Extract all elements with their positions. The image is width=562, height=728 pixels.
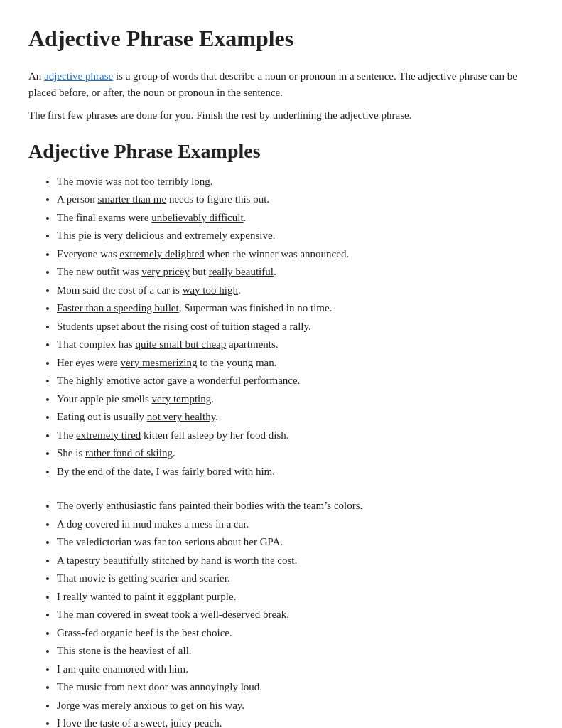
list-item: The overly enthusiastic fans painted the… bbox=[57, 498, 534, 514]
list-item: Her eyes were very mesmerizing to the yo… bbox=[57, 355, 534, 371]
underlined-phrase: very pricey bbox=[141, 266, 190, 277]
main-title: Adjective Phrase Examples bbox=[28, 21, 534, 55]
underlined-phrase: very delicious bbox=[104, 230, 164, 241]
list-item: She is rather fond of skiing. bbox=[57, 445, 534, 461]
examples-list-2: The overly enthusiastic fans painted the… bbox=[28, 498, 534, 728]
list-item: That movie is getting scarier and scarie… bbox=[57, 570, 534, 587]
list-item: By the end of the date, I was fairly bor… bbox=[57, 464, 534, 480]
spacer bbox=[28, 486, 534, 498]
underlined-phrase: extremely delighted bbox=[119, 248, 205, 259]
underlined-phrase: rather fond of skiing bbox=[85, 447, 173, 459]
underlined-phrase: smarter than me bbox=[98, 193, 167, 205]
list-item: Everyone was extremely delighted when th… bbox=[57, 246, 534, 262]
list-item: Your apple pie smells very tempting. bbox=[57, 391, 534, 407]
underlined-phrase: fairly bored with him bbox=[181, 466, 272, 477]
list-item: Students upset about the rising cost of … bbox=[57, 318, 534, 335]
list-item: The new outfit was very pricey but reall… bbox=[57, 264, 534, 280]
list-item: The movie was not too terribly long. bbox=[57, 173, 534, 190]
list-item: The extremely tired kitten fell asleep b… bbox=[57, 427, 534, 444]
examples-list-1: The movie was not too terribly long. A p… bbox=[28, 173, 534, 480]
list-item: The man covered in sweat took a well-des… bbox=[57, 606, 534, 623]
underlined-phrase: way too high bbox=[183, 284, 238, 296]
underlined-phrase: upset about the rising cost of tuition bbox=[96, 321, 249, 332]
underlined-phrase: quite small but cheap bbox=[135, 338, 226, 350]
list-item: I love the taste of a sweet, juicy peach… bbox=[57, 715, 534, 728]
underlined-phrase: extremely tired bbox=[76, 429, 141, 441]
list-item: Faster than a speeding bullet, Superman … bbox=[57, 300, 534, 316]
list-item: A dog covered in mud makes a mess in a c… bbox=[57, 516, 534, 532]
intro-before-link: An bbox=[28, 70, 44, 82]
list-item: That complex has quite small but cheap a… bbox=[57, 336, 534, 353]
list-item: This pie is very delicious and extremely… bbox=[57, 228, 534, 244]
list-item: Jorge was merely anxious to get on his w… bbox=[57, 697, 534, 714]
underlined-phrase: highly emotive bbox=[76, 375, 140, 386]
underlined-phrase: very tempting bbox=[151, 393, 211, 405]
sub-title: Adjective Phrase Examples bbox=[28, 136, 534, 166]
list-item: The music from next door was annoyingly … bbox=[57, 679, 534, 695]
intro-paragraph-2: The first few phrases are done for you. … bbox=[28, 107, 534, 124]
list-item: Grass-fed organic beef is the best choic… bbox=[57, 625, 534, 641]
list-item: A person smarter than me needs to figure… bbox=[57, 191, 534, 208]
underlined-phrase: Faster than a speeding bullet bbox=[57, 302, 179, 314]
list-item: I am quite enamored with him. bbox=[57, 661, 534, 678]
list-item: This stone is the heaviest of all. bbox=[57, 643, 534, 659]
list-item: The highly emotive actor gave a wonderfu… bbox=[57, 373, 534, 389]
underlined-phrase: extremely expensive bbox=[185, 230, 273, 241]
underlined-phrase: really beautiful bbox=[209, 266, 274, 277]
list-item: I really wanted to paint it eggplant pur… bbox=[57, 589, 534, 605]
list-item: The valedictorian was far too serious ab… bbox=[57, 534, 534, 550]
underlined-phrase: unbelievably difficult bbox=[151, 212, 243, 223]
underlined-phrase: not very healthy bbox=[147, 411, 216, 422]
list-item: Mom said the cost of a car is way too hi… bbox=[57, 282, 534, 299]
list-item: A tapestry beautifully stitched by hand … bbox=[57, 552, 534, 569]
underlined-phrase: not too terribly long bbox=[124, 176, 210, 187]
adjective-phrase-link[interactable]: adjective phrase bbox=[44, 70, 113, 82]
underlined-phrase: very mesmerizing bbox=[121, 357, 198, 368]
list-item: The final exams were unbelievably diffic… bbox=[57, 210, 534, 226]
list-item: Eating out is usually not very healthy. bbox=[57, 409, 534, 425]
intro-paragraph-1: An adjective phrase is a group of words … bbox=[28, 68, 534, 100]
